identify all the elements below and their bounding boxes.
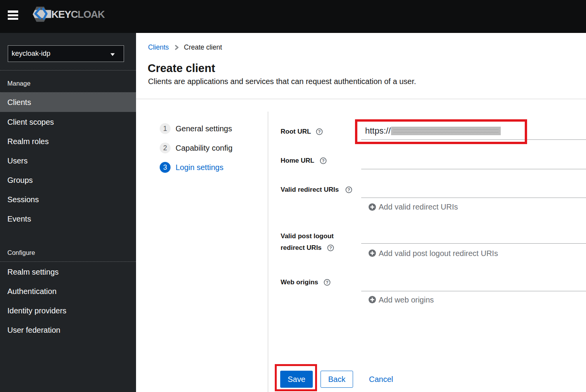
svg-text:?: ? bbox=[322, 158, 324, 163]
svg-text:?: ? bbox=[326, 280, 328, 285]
svg-text:?: ? bbox=[318, 129, 321, 134]
svg-text:KEYCLOAK: KEYCLOAK bbox=[52, 9, 105, 20]
svg-text:?: ? bbox=[329, 246, 332, 250]
svg-text:?: ? bbox=[347, 187, 350, 192]
